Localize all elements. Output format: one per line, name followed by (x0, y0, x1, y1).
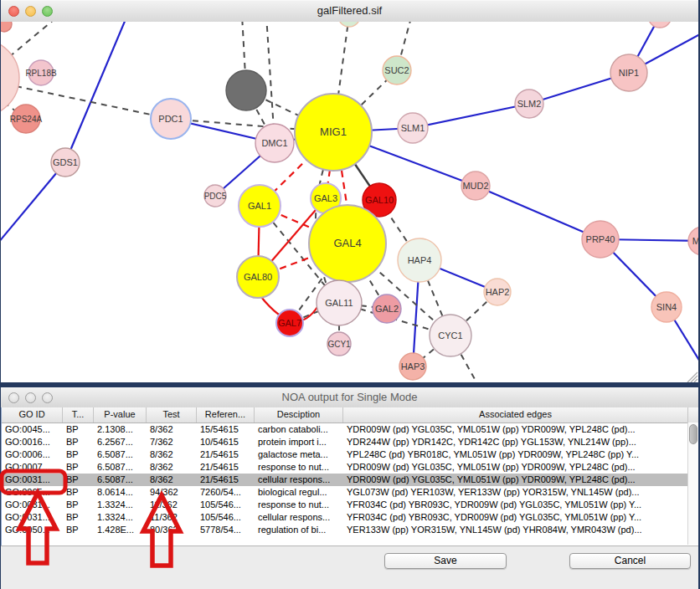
column-header-referen-[interactable]: Referen... (197, 407, 255, 423)
cell: cellular respons... (255, 474, 343, 486)
node-label-NIP1: NIP1 (619, 68, 639, 78)
cell: 80/362 (147, 524, 197, 536)
cell: YPL248C (pd) YBR018C, YML051W (pp) YDR00… (343, 448, 688, 461)
cell: regulation of bi... (255, 524, 343, 536)
node-top-right[interactable] (648, 22, 672, 28)
node-label-GDS1: GDS1 (53, 157, 78, 167)
cell: GO:0006... (2, 448, 63, 461)
table-row[interactable]: GO:0050...BP1.428E...80/3625778/54...reg… (2, 524, 698, 536)
node-label-SLM2: SLM2 (517, 99, 542, 109)
column-header-p-value[interactable]: P-value (94, 407, 147, 423)
cell: BP (63, 474, 94, 486)
cell: 7/362 (147, 436, 197, 448)
edge-dash (9, 22, 59, 57)
node-label-MSN: MSN (692, 236, 698, 246)
cell: BP (63, 499, 94, 511)
cell: 6.2567... (94, 436, 147, 448)
cell: 1.428E... (94, 524, 147, 536)
cell: 5778/54... (197, 524, 255, 536)
scrollbar-thumb[interactable] (689, 424, 697, 444)
cell: carbon cataboli... (255, 423, 343, 436)
column-header-t-[interactable]: T... (63, 407, 94, 423)
node-label-PRP40: PRP40 (586, 234, 615, 244)
node-label-GAL80: GAL80 (244, 272, 272, 282)
column-header-desciption[interactable]: Desciption (255, 407, 343, 423)
node-label-SLM1: SLM1 (401, 123, 425, 133)
network-graph: RPL18BRPS24AGDS1PDC1DMC1MIG1SUC2SLM1NIP1… (1, 22, 698, 382)
node-label-PDC1: PDC1 (158, 114, 183, 124)
node-label-MIG1: MIG1 (320, 125, 347, 138)
cell: YDR009W (pd) YGL035C, YML051W (pp) YDR00… (343, 423, 688, 436)
resize-grip[interactable] (691, 376, 697, 382)
node-label-SUC2: SUC2 (384, 65, 409, 75)
cell: 1.3324... (94, 511, 147, 524)
save-button[interactable]: Save (384, 553, 507, 569)
cell: 21/54615 (197, 474, 255, 486)
cell: YFR034C (pd) YBR093C, YDR009W (pd) YGL03… (343, 511, 688, 524)
cell: 15/54615 (197, 423, 255, 436)
cell: 6.5087... (94, 448, 147, 461)
resize-grip[interactable] (694, 379, 697, 382)
cancel-button[interactable]: Cancel (569, 553, 691, 569)
table-row[interactable]: GO:0031...BP1.3324...11/362105/546...cel… (2, 511, 698, 524)
cell: GO:0045... (2, 423, 63, 436)
node-label-CYC1: CYC1 (438, 330, 462, 341)
vertical-scrollbar[interactable] (687, 423, 698, 545)
cell: 8.0614... (94, 486, 147, 499)
node-gray-node[interactable] (226, 70, 266, 110)
cell: 94/362 (147, 486, 197, 499)
button-panel: Save Cancel (1, 545, 698, 589)
noa-output-window: NOA output for Single Mode GO IDT...P-va… (1, 387, 698, 589)
cell: BP (63, 461, 94, 474)
table-row[interactable]: GO:0065...BP8.0614...94/3627260/54...bio… (2, 486, 698, 499)
noa-window-titlebar[interactable]: NOA output for Single Mode (1, 387, 698, 408)
cell: GO:0031... (2, 474, 63, 486)
table-row[interactable]: GO:0006...BP6.5087...8/36221/54615galact… (2, 448, 698, 461)
edge-blue (413, 104, 529, 128)
network-canvas[interactable]: RPL18BRPS24AGDS1PDC1DMC1MIG1SUC2SLM1NIP1… (1, 22, 698, 382)
cell: GO:0050... (2, 524, 63, 536)
cell: 11/362 (147, 511, 197, 524)
cell: GO:0031... (2, 499, 63, 511)
noa-window-title: NOA output for Single Mode (1, 391, 698, 403)
column-header-go-id[interactable]: GO ID (2, 407, 63, 423)
node-corner-tl[interactable] (1, 22, 12, 32)
graph-window-titlebar[interactable]: galFiltered.sif (1, 0, 698, 23)
node-label-RPL18B: RPL18B (25, 69, 57, 78)
edge-blue (65, 22, 128, 162)
cell: 7260/54... (197, 486, 255, 499)
cell: YDR009W (pd) YGL035C, YML051W (pp) YDR00… (343, 474, 688, 486)
table-row[interactable]: GO:0031...BP1.3324...11/362105/546...res… (2, 499, 698, 511)
graph-window-title: galFiltered.sif (1, 4, 698, 17)
table-row[interactable]: GO:0016...BP6.2567...7/36210/54615protei… (2, 436, 698, 448)
cell: galactose meta... (255, 448, 343, 461)
node-big-left[interactable] (1, 39, 19, 116)
cell: GO:0065... (2, 486, 63, 499)
edge-blue (476, 186, 600, 239)
column-header-associated-edges[interactable]: Associated edges (343, 407, 688, 423)
cell: 21/54615 (197, 461, 255, 474)
table-row[interactable]: GO:0007...BP6.5087...8/36221/54615respon… (2, 461, 698, 474)
cell: BP (63, 511, 94, 524)
node-label-GAL10: GAL10 (365, 195, 394, 205)
table-row[interactable]: GO:0045...BP2.1308...8/36215/54615carbon… (2, 423, 698, 436)
table-row[interactable]: GO:0031...BP6.5087...8/36221/54615cellul… (2, 474, 698, 486)
cell: 8/362 (147, 474, 197, 486)
cell: 6.5087... (94, 461, 147, 474)
cell: 8/362 (147, 461, 197, 474)
node-label-DMC1: DMC1 (261, 138, 287, 148)
table-header-row: GO IDT...P-valueTestReferen...Desciption… (2, 407, 698, 423)
node-top-green[interactable] (338, 22, 360, 27)
node-label-GAL2: GAL2 (375, 304, 399, 314)
column-header-test[interactable]: Test (147, 407, 197, 423)
cell: 6.5087... (94, 474, 147, 486)
cell: 105/546... (197, 499, 255, 511)
cell: response to nut... (255, 461, 343, 474)
cell: response to nut... (255, 499, 343, 511)
node-label-GCY1: GCY1 (327, 340, 351, 349)
node-label-GAL4: GAL4 (333, 237, 361, 249)
cell: YFR034C (pd) YBR093C, YDR009W (pd) YGL03… (343, 499, 688, 511)
node-label-HAP3: HAP3 (401, 361, 425, 371)
cell: 21/54615 (197, 448, 255, 461)
go-results-table: GO IDT...P-valueTestReferen...Desciption… (1, 407, 698, 545)
